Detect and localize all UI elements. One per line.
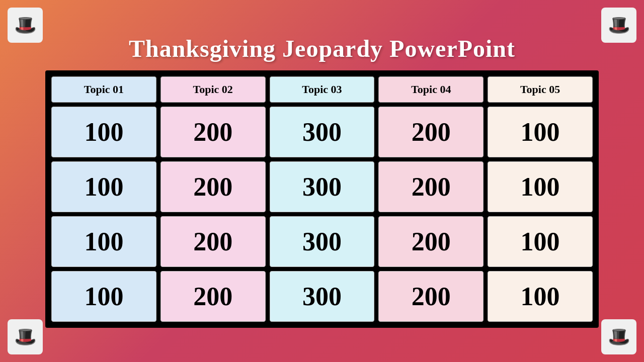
cell-r1-c3[interactable]: 300 [270, 107, 375, 157]
cell-r2-c1[interactable]: 100 [51, 161, 156, 212]
cell-r4-c5[interactable]: 100 [488, 271, 593, 322]
topic-header-2: Topic 02 [160, 76, 266, 103]
cell-r1-c2[interactable]: 200 [160, 107, 266, 157]
topic-header-4: Topic 04 [378, 76, 484, 103]
topic-header-1: Topic 01 [51, 76, 156, 103]
cell-r2-c3[interactable]: 300 [270, 161, 375, 212]
topic-header-5: Topic 05 [488, 76, 593, 103]
cell-r3-c1[interactable]: 100 [51, 216, 156, 267]
cell-r3-c4[interactable]: 200 [378, 216, 484, 267]
cell-r1-c4[interactable]: 200 [378, 107, 484, 157]
cell-r3-c5[interactable]: 100 [488, 216, 593, 267]
cell-r2-c5[interactable]: 100 [488, 161, 593, 212]
topic-header-3: Topic 03 [270, 76, 375, 103]
corner-icon-bottom-right: 🎩 [601, 319, 636, 354]
cell-r2-c4[interactable]: 200 [378, 161, 484, 212]
cell-r1-c1[interactable]: 100 [51, 107, 156, 157]
cell-r1-c5[interactable]: 100 [488, 107, 593, 157]
page-title: Thanksgiving Jeopardy PowerPoint [129, 35, 515, 62]
cell-r3-c2[interactable]: 200 [160, 216, 266, 267]
cell-r3-c3[interactable]: 300 [270, 216, 375, 267]
cell-r4-c3[interactable]: 300 [270, 271, 375, 322]
cell-r4-c2[interactable]: 200 [160, 271, 266, 322]
corner-icon-top-right: 🎩 [601, 8, 636, 43]
corner-icon-top-left: 🎩 [8, 8, 43, 43]
cell-r2-c2[interactable]: 200 [160, 161, 266, 212]
board-grid: Topic 01 Topic 02 Topic 03 Topic 04 Topi… [51, 76, 593, 322]
corner-icon-bottom-left: 🎩 [8, 319, 43, 354]
cell-r4-c4[interactable]: 200 [378, 271, 484, 322]
cell-r4-c1[interactable]: 100 [51, 271, 156, 322]
jeopardy-board: Topic 01 Topic 02 Topic 03 Topic 04 Topi… [45, 70, 599, 328]
